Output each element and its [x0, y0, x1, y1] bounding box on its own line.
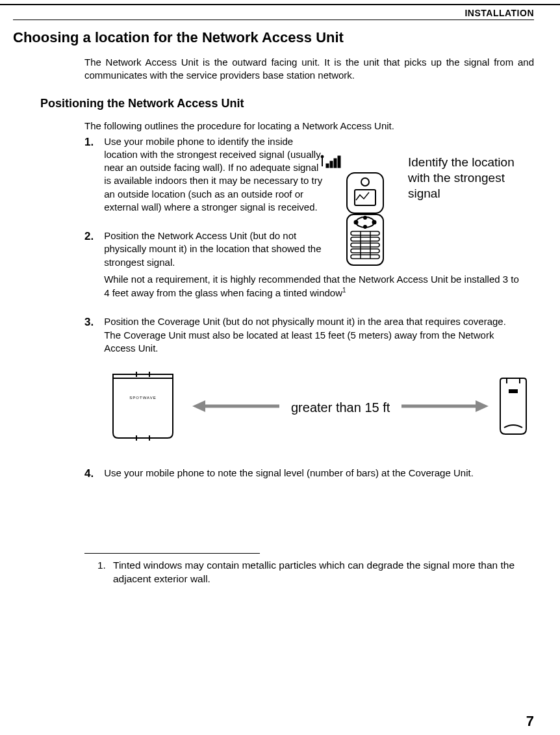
arrow-right-icon: [399, 398, 490, 417]
footnote-number: 1.: [97, 559, 108, 586]
step-2-text-1: Position the Network Access Unit (but do…: [104, 229, 325, 269]
svg-point-11: [355, 221, 358, 224]
svg-rect-15: [351, 231, 379, 235]
subsection-title: Positioning the Network Access Unit: [40, 97, 534, 110]
page-number: 7: [526, 713, 534, 730]
step-3: 3. Position the Coverage Unit (but do no…: [84, 315, 534, 355]
svg-text:SPOTWAVE: SPOTWAVE: [129, 396, 156, 400]
page-title: Choosing a location for the Network Acce…: [13, 29, 534, 46]
step-2-number: 2.: [84, 229, 101, 244]
step-3-number: 3.: [84, 315, 101, 330]
svg-rect-19: [351, 255, 379, 259]
figure-phone-signal: Identify the location with the strongest…: [318, 155, 539, 274]
footnote-text: Tinted windows may contain metallic part…: [113, 559, 534, 586]
step-2-text-2: While not a requirement, it is highly re…: [104, 273, 520, 300]
svg-rect-2: [326, 164, 329, 168]
footnote: 1. Tinted windows may contain metallic p…: [97, 559, 534, 586]
svg-point-14: [364, 226, 366, 228]
subsection-intro: The following outlines the procedure for…: [84, 120, 534, 131]
svg-marker-29: [192, 400, 205, 412]
svg-marker-31: [476, 400, 489, 412]
coverage-unit-icon: SPOTWAVE: [104, 370, 182, 445]
header-section-label: INSTALLATION: [13, 8, 534, 18]
footnote-rule: [84, 553, 260, 554]
svg-rect-34: [509, 390, 517, 393]
step-2-text-2a: While not a requirement, it is highly re…: [104, 274, 519, 298]
intro-paragraph: The Network Access Unit is the outward f…: [84, 56, 534, 83]
svg-rect-3: [330, 161, 333, 168]
svg-rect-9: [347, 214, 383, 265]
step-4-text: Use your mobile phone to note the signal…: [104, 467, 520, 480]
svg-point-7: [361, 178, 369, 186]
step-2-footnote-ref: 1: [342, 287, 346, 294]
step-1-text: Use your mobile phone to identify the in…: [104, 135, 325, 214]
figure-distance-label: greater than 15 ft: [291, 400, 390, 415]
step-4-number: 4.: [84, 467, 101, 482]
step-1-number: 1.: [84, 135, 101, 150]
svg-rect-18: [351, 249, 379, 253]
svg-point-13: [364, 216, 366, 219]
signal-and-phone-icon: [318, 155, 396, 274]
arrow-left-icon: [191, 398, 282, 417]
page: INSTALLATION Choosing a location for the…: [0, 4, 560, 735]
svg-point-12: [373, 221, 376, 224]
svg-point-1: [321, 155, 324, 158]
svg-rect-16: [351, 237, 379, 241]
svg-rect-17: [351, 243, 379, 247]
step-3-text: Position the Coverage Unit (but do not p…: [104, 315, 520, 355]
figure-phone-caption: Identify the location with the strongest…: [408, 155, 539, 201]
step-4: 4. Use your mobile phone to note the sig…: [84, 467, 534, 482]
svg-rect-4: [334, 159, 337, 168]
figure-distance: SPOTWAVE greater than 15 ft: [104, 370, 534, 445]
svg-rect-5: [338, 156, 340, 168]
network-access-unit-icon: [499, 377, 528, 438]
header-rule: [13, 19, 534, 20]
